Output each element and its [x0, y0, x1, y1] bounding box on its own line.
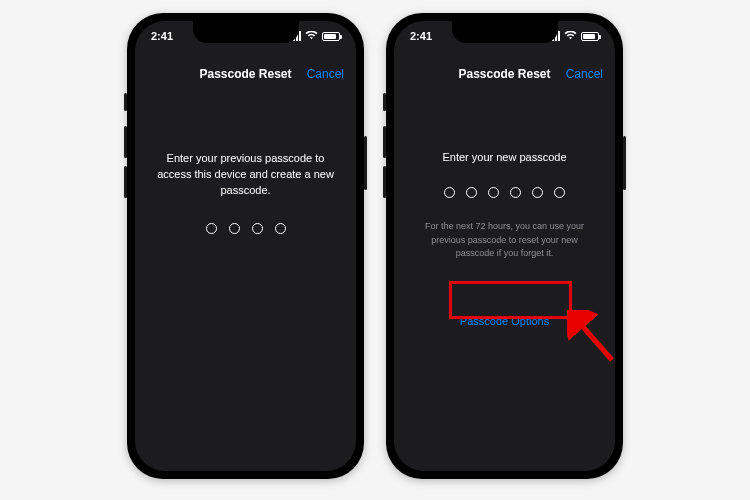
volume-down-button	[383, 166, 386, 198]
passcode-dot	[229, 223, 240, 234]
nav-bar: Passcode Reset Cancel	[135, 59, 356, 89]
nav-bar: Passcode Reset Cancel	[394, 59, 615, 89]
passcode-dot	[206, 223, 217, 234]
passcode-dot	[510, 187, 521, 198]
page-title: Passcode Reset	[199, 67, 291, 81]
mute-switch	[124, 93, 127, 111]
phone-mockup-left: 2:41 Passcode Reset Cancel Enter your pr…	[127, 13, 364, 479]
battery-icon	[581, 32, 599, 41]
cancel-button[interactable]: Cancel	[307, 67, 344, 81]
passcode-dot	[532, 187, 543, 198]
mute-switch	[383, 93, 386, 111]
passcode-dots[interactable]	[408, 187, 601, 198]
wifi-icon	[305, 31, 318, 42]
power-button	[364, 136, 367, 190]
prompt-text: Enter your previous passcode to access t…	[149, 151, 342, 199]
volume-up-button	[124, 126, 127, 158]
phone-mockup-right: 2:41 Passcode Reset Cancel Enter your ne…	[386, 13, 623, 479]
screen-left: 2:41 Passcode Reset Cancel Enter your pr…	[135, 21, 356, 471]
status-time: 2:41	[410, 30, 432, 42]
passcode-dot	[488, 187, 499, 198]
passcode-dot	[554, 187, 565, 198]
volume-down-button	[124, 166, 127, 198]
content-area: Enter your previous passcode to access t…	[135, 111, 356, 471]
notch	[452, 21, 558, 43]
battery-icon	[322, 32, 340, 41]
volume-up-button	[383, 126, 386, 158]
status-time: 2:41	[151, 30, 173, 42]
power-button	[623, 136, 626, 190]
passcode-dot	[252, 223, 263, 234]
prompt-text: Enter your new passcode	[408, 151, 601, 163]
notch	[193, 21, 299, 43]
cancel-button[interactable]: Cancel	[566, 67, 603, 81]
wifi-icon	[564, 31, 577, 42]
content-area: Enter your new passcode For the next 72 …	[394, 111, 615, 471]
hint-text: For the next 72 hours, you can use your …	[408, 220, 601, 261]
passcode-dot	[275, 223, 286, 234]
passcode-dots[interactable]	[149, 223, 342, 234]
passcode-dot	[466, 187, 477, 198]
page-title: Passcode Reset	[458, 67, 550, 81]
screen-right: 2:41 Passcode Reset Cancel Enter your ne…	[394, 21, 615, 471]
passcode-options-button[interactable]: Passcode Options	[442, 307, 567, 335]
passcode-dot	[444, 187, 455, 198]
